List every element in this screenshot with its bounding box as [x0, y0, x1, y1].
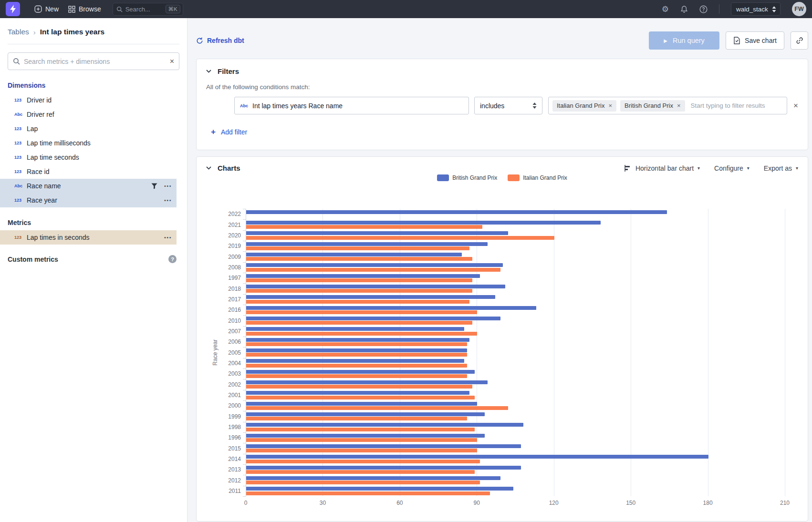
bar-2019-british[interactable] — [246, 242, 488, 246]
clear-search-icon[interactable]: × — [170, 57, 174, 66]
bar-2013-british[interactable] — [246, 466, 521, 470]
bar-1997-british[interactable] — [246, 274, 480, 278]
bar-2005-italian[interactable] — [246, 353, 467, 357]
bar-2021-british[interactable] — [246, 221, 601, 225]
bar-2019-italian[interactable] — [246, 246, 469, 250]
bar-2001-british[interactable] — [246, 391, 469, 395]
org-selector[interactable]: wald_stack — [731, 2, 781, 16]
bar-2012-british[interactable] — [246, 476, 500, 480]
bar-1997-italian[interactable] — [246, 278, 472, 282]
bar-2009-british[interactable] — [246, 253, 462, 256]
dimension-item-race-id[interactable]: 123Race id — [0, 164, 177, 179]
bar-2006-british[interactable] — [246, 338, 469, 342]
dimension-item-driver-ref[interactable]: AbcDriver ref — [0, 107, 177, 122]
run-query-button[interactable]: ▶ Run query — [649, 31, 719, 50]
collapse-chevron-icon[interactable] — [206, 70, 211, 73]
bar-2001-italian[interactable] — [246, 396, 475, 399]
bar-1999-italian[interactable] — [246, 417, 467, 420]
bar-2007-italian[interactable] — [246, 332, 477, 336]
bar-2017-british[interactable] — [246, 295, 495, 299]
global-search-input[interactable]: Search... ⌘K — [113, 3, 183, 16]
bar-2014-british[interactable] — [246, 455, 708, 459]
bar-2000-italian[interactable] — [246, 406, 508, 410]
y-axis-category-label: 2022 — [228, 211, 241, 217]
dimension-item-driver-id[interactable]: 123Driver id — [0, 93, 177, 107]
remove-filter-icon[interactable]: × — [793, 101, 798, 111]
bar-2003-british[interactable] — [246, 370, 475, 374]
user-avatar[interactable]: FW — [792, 2, 806, 16]
bar-2018-british[interactable] — [246, 285, 505, 288]
bar-2020-italian[interactable] — [246, 236, 554, 240]
bar-2004-italian[interactable] — [246, 364, 467, 368]
bar-2021-italian[interactable] — [246, 225, 482, 229]
bar-2013-italian[interactable] — [246, 470, 475, 474]
browse-button[interactable]: Browse — [63, 2, 106, 16]
bar-2003-italian[interactable] — [246, 374, 467, 378]
metric-item-lap-times-in-seconds[interactable]: 123Lap times in seconds••• — [0, 230, 177, 245]
dimension-item-lap-time-milliseconds[interactable]: 123Lap time milliseconds — [0, 136, 177, 150]
bar-1998-italian[interactable] — [246, 428, 475, 431]
bar-2016-british[interactable] — [246, 306, 536, 310]
help-icon[interactable] — [699, 5, 708, 13]
charts-card: Charts Horizontal bar chart ▾ Configure … — [196, 156, 808, 522]
legend-item-italian-grand-prix[interactable]: Italian Grand Prix — [508, 174, 567, 181]
bar-2002-italian[interactable] — [246, 385, 472, 389]
y-axis-category-label: 2003 — [228, 370, 241, 377]
fields-search-input[interactable]: Search metrics + dimensions × — [8, 52, 179, 70]
remove-tag-icon[interactable]: × — [608, 102, 612, 109]
share-link-button[interactable] — [791, 31, 808, 50]
new-button[interactable]: New — [30, 2, 63, 16]
refresh-dbt-button[interactable]: Refresh dbt — [196, 37, 244, 44]
bar-2011-italian[interactable] — [246, 491, 490, 495]
bar-2011-british[interactable] — [246, 487, 513, 491]
breadcrumb-tables-link[interactable]: Tables — [8, 28, 29, 36]
legend-item-british-grand-prix[interactable]: British Grand Prix — [437, 174, 497, 181]
bar-2012-italian[interactable] — [246, 481, 480, 484]
bar-2007-british[interactable] — [246, 327, 464, 331]
dimension-item-lap-time-seconds[interactable]: 123Lap time seconds — [0, 150, 177, 164]
bar-2016-italian[interactable] — [246, 310, 477, 314]
bar-2005-british[interactable] — [246, 348, 467, 352]
bar-1996-italian[interactable] — [246, 438, 477, 442]
dimension-item-lap[interactable]: 123Lap — [0, 122, 177, 136]
dimension-item-race-name[interactable]: AbcRace name••• — [0, 179, 177, 193]
bar-2004-british[interactable] — [246, 359, 464, 363]
settings-gear-icon[interactable]: ⚙ — [662, 5, 669, 13]
collapse-chevron-icon[interactable] — [206, 166, 211, 170]
export-as-button[interactable]: Export as ▾ — [764, 164, 798, 172]
save-chart-button[interactable]: Save chart — [726, 31, 784, 50]
bar-1999-british[interactable] — [246, 412, 485, 416]
bar-1998-british[interactable] — [246, 423, 523, 427]
bar-2009-italian[interactable] — [246, 257, 472, 261]
app-logo[interactable] — [6, 2, 20, 16]
item-menu-dots[interactable]: ••• — [164, 235, 172, 240]
notifications-bell-icon[interactable] — [680, 5, 688, 13]
filter-values-input[interactable]: Italian Grand Prix×British Grand Prix×St… — [548, 97, 787, 114]
bar-2017-italian[interactable] — [246, 300, 469, 304]
field-label: Driver id — [27, 96, 52, 104]
dimension-item-race-year[interactable]: 123Race year••• — [0, 193, 177, 207]
bar-2008-british[interactable] — [246, 263, 503, 267]
bar-2010-british[interactable] — [246, 317, 500, 320]
custom-metrics-help-icon[interactable]: ? — [168, 255, 177, 263]
bar-2002-british[interactable] — [246, 380, 488, 384]
bar-2000-british[interactable] — [246, 402, 477, 406]
add-filter-button[interactable]: + Add filter — [211, 127, 247, 137]
configure-button[interactable]: Configure ▾ — [714, 164, 750, 172]
filter-operator-select[interactable]: includes — [474, 97, 542, 114]
chart-type-select[interactable]: Horizontal bar chart ▾ — [624, 164, 700, 172]
bar-2014-italian[interactable] — [246, 460, 480, 463]
item-menu-dots[interactable]: ••• — [164, 197, 172, 203]
bar-2018-italian[interactable] — [246, 289, 472, 293]
item-menu-dots[interactable]: ••• — [164, 183, 172, 189]
bar-1996-british[interactable] — [246, 434, 485, 438]
bar-2020-british[interactable] — [246, 231, 508, 235]
bar-2010-italian[interactable] — [246, 321, 472, 325]
bar-2015-british[interactable] — [246, 444, 521, 448]
bar-2015-italian[interactable] — [246, 449, 477, 452]
bar-2006-italian[interactable] — [246, 342, 467, 346]
remove-tag-icon[interactable]: × — [677, 102, 681, 109]
bar-2022-british[interactable] — [246, 210, 667, 214]
filter-field-select[interactable]: Abc Int lap times years Race name — [234, 97, 469, 114]
bar-2008-italian[interactable] — [246, 268, 500, 272]
